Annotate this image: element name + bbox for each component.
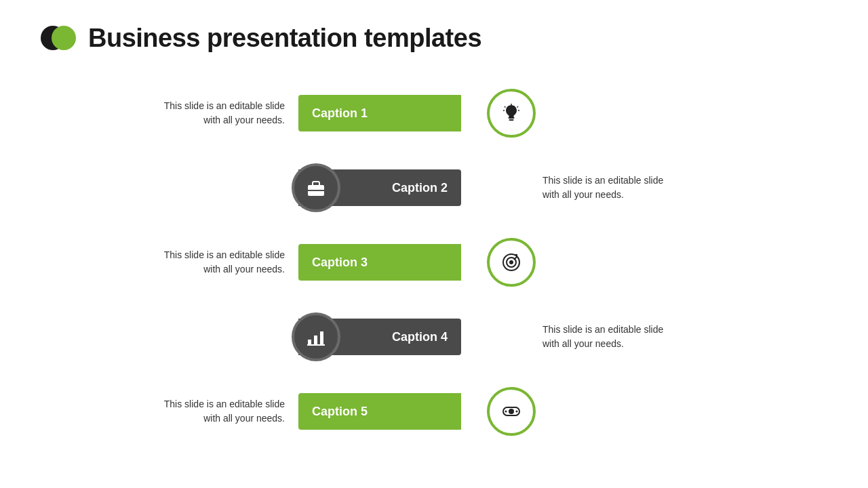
row-3: This slide is an editable slide with all… — [41, 225, 827, 300]
money-icon — [500, 401, 522, 422]
icon-circle-1 — [487, 89, 536, 138]
svg-rect-2 — [509, 117, 515, 119]
caption-bar-5: Caption 5 — [298, 393, 529, 430]
row-5-text: This slide is an editable slide with all… — [41, 397, 298, 426]
svg-rect-18 — [314, 336, 317, 345]
caption-label-4: Caption 4 — [392, 330, 448, 344]
svg-point-22 — [509, 409, 514, 414]
bar-5: Caption 5 — [298, 393, 461, 430]
page-title: Business presentation templates — [88, 24, 481, 53]
svg-point-23 — [505, 411, 507, 413]
header: Business presentation templates — [41, 20, 827, 56]
icon-circle-5 — [487, 387, 536, 436]
lightbulb-icon — [500, 102, 522, 124]
row-2-text: This slide is an editable slide with all… — [529, 174, 746, 202]
row-4: Caption 4 This slide is an editable slid… — [41, 300, 827, 374]
row-2: Caption 2 This slide is an editable slid… — [41, 150, 827, 225]
bar-1: Caption 1 — [298, 95, 461, 131]
svg-rect-3 — [509, 119, 514, 121]
svg-rect-19 — [320, 331, 323, 345]
svg-line-6 — [505, 106, 506, 108]
caption-bar-1: Caption 1 — [298, 95, 529, 131]
row-5: This slide is an editable slide with all… — [41, 374, 827, 449]
row-4-text: This slide is an editable slide with all… — [529, 323, 746, 351]
chart-icon — [305, 326, 327, 348]
row-1: This slide is an editable slide with all… — [41, 76, 827, 150]
slide: Business presentation templates This sli… — [0, 0, 868, 488]
caption-label-5: Caption 5 — [312, 405, 368, 419]
content-area: This slide is an editable slide with all… — [41, 76, 827, 449]
caption-label-1: Caption 1 — [312, 106, 368, 121]
target-icon — [500, 251, 522, 273]
svg-point-13 — [509, 260, 513, 264]
bar-3: Caption 3 — [298, 244, 461, 281]
caption-bar-2: Caption 2 — [298, 169, 529, 206]
row-1-text: This slide is an editable slide with all… — [41, 99, 298, 127]
caption-label-3: Caption 3 — [312, 256, 368, 270]
svg-line-5 — [517, 106, 519, 108]
svg-point-24 — [516, 411, 518, 413]
icon-circle-3 — [487, 238, 536, 287]
caption-label-2: Caption 2 — [392, 181, 448, 195]
caption-bar-3: Caption 3 — [298, 244, 529, 281]
logo — [41, 20, 76, 56]
icon-circle-2 — [292, 163, 340, 212]
svg-point-1 — [52, 26, 76, 50]
svg-rect-17 — [308, 340, 311, 345]
briefcase-icon — [305, 177, 327, 199]
caption-bar-4: Caption 4 — [298, 319, 529, 355]
icon-circle-4 — [292, 312, 340, 361]
row-3-text: This slide is an editable slide with all… — [41, 248, 298, 277]
